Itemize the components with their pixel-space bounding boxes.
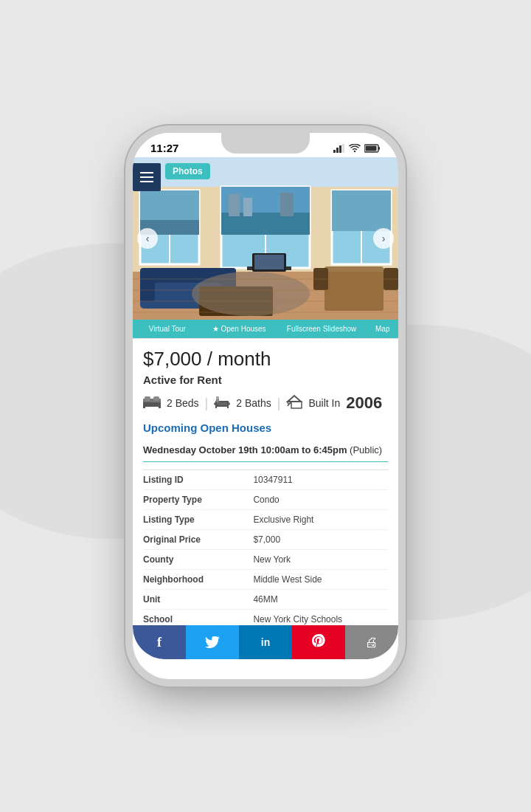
property-image: Photos ‹ › xyxy=(133,157,398,320)
detail-value: New York xyxy=(253,554,388,565)
open-house-type: (Public) xyxy=(350,444,382,455)
bed-icon xyxy=(143,395,161,411)
action-tabs: Virtual Tour ★ Open Houses Fullscreen Sl… xyxy=(133,320,398,339)
open-house-date: Wednesday October 19th 10:00am to 6:45pm… xyxy=(143,438,388,462)
print-button[interactable]: 🖨 xyxy=(345,625,398,659)
svg-rect-35 xyxy=(324,266,384,311)
detail-label: School xyxy=(143,614,253,625)
built-in-label: Built In xyxy=(308,397,340,409)
detail-value: 46MM xyxy=(253,594,388,605)
detail-label: Property Type xyxy=(143,495,253,505)
listing-status: Active for Rent xyxy=(143,374,388,386)
open-houses-title: Upcoming Open Houses xyxy=(143,422,388,434)
svg-rect-0 xyxy=(333,150,336,153)
linkedin-share-button[interactable]: in xyxy=(239,625,292,659)
signal-icon xyxy=(333,144,345,153)
table-row: County New York xyxy=(143,550,388,570)
pinterest-share-button[interactable] xyxy=(292,625,345,659)
detail-label: Unit xyxy=(143,594,253,605)
property-stats: 2 Beds | 2 Baths | xyxy=(143,393,388,413)
svg-rect-22 xyxy=(229,194,240,216)
status-time: 11:27 xyxy=(150,142,178,154)
phone-frame: 11:27 xyxy=(133,133,398,679)
status-bar: 11:27 xyxy=(133,133,398,157)
detail-label: Original Price xyxy=(143,534,253,545)
svg-rect-48 xyxy=(145,396,150,401)
tab-map[interactable]: Map xyxy=(367,320,398,338)
table-row: Property Type Condo xyxy=(143,490,388,510)
prev-photo-button[interactable]: ‹ xyxy=(137,228,158,249)
svg-rect-5 xyxy=(378,147,380,150)
open-house-date-bold: Wednesday October 19th 10:00am to 6:45pm xyxy=(143,444,347,455)
facebook-share-button[interactable]: f xyxy=(133,625,186,659)
svg-rect-29 xyxy=(332,190,391,231)
listing-price: $7,000 / month xyxy=(143,348,388,371)
svg-rect-23 xyxy=(243,198,252,216)
svg-rect-49 xyxy=(153,396,159,401)
detail-label: County xyxy=(143,554,253,565)
svg-rect-2 xyxy=(339,145,341,153)
table-row: Unit 46MM xyxy=(143,590,388,610)
svg-rect-50 xyxy=(143,405,145,408)
svg-rect-1 xyxy=(336,148,339,153)
detail-label: Listing Type xyxy=(143,515,253,525)
detail-value: 10347911 xyxy=(253,475,388,485)
next-photo-button[interactable]: › xyxy=(373,228,394,249)
svg-rect-6 xyxy=(366,145,377,151)
svg-rect-51 xyxy=(159,405,161,408)
detail-value: Middle West Side xyxy=(253,574,388,585)
baths-count: 2 Baths xyxy=(236,397,271,409)
table-row: Listing Type Exclusive Right xyxy=(143,510,388,530)
wifi-icon xyxy=(349,144,361,153)
svg-rect-59 xyxy=(291,402,302,408)
tab-fullscreen[interactable]: Fullscreen Slideshow xyxy=(277,320,367,338)
battery-icon xyxy=(364,144,381,153)
menu-button[interactable] xyxy=(133,163,161,191)
bath-icon xyxy=(214,395,230,411)
tab-open-houses[interactable]: ★ Open Houses xyxy=(202,320,277,338)
detail-value: $7,000 xyxy=(253,534,388,545)
screen-content[interactable]: Photos ‹ › Virtual Tour ★ Open Houses Fu… xyxy=(133,157,398,659)
svg-point-41 xyxy=(192,272,310,316)
detail-label: Listing ID xyxy=(143,475,253,485)
table-row: Neighborhood Middle West Side xyxy=(143,570,388,590)
photos-badge[interactable]: Photos xyxy=(165,163,210,179)
table-row: Original Price $7,000 xyxy=(143,530,388,550)
share-bar: f in 🖨 xyxy=(133,625,398,659)
divider-1: | xyxy=(205,396,209,411)
tab-virtual-tour[interactable]: Virtual Tour xyxy=(133,320,202,338)
svg-rect-24 xyxy=(280,193,294,216)
detail-label: Neighborhood xyxy=(143,574,253,585)
svg-rect-3 xyxy=(342,144,344,153)
svg-rect-40 xyxy=(254,255,284,269)
status-icons xyxy=(333,144,381,153)
detail-value: Exclusive Right xyxy=(253,515,388,525)
build-icon xyxy=(286,394,302,412)
twitter-share-button[interactable] xyxy=(186,625,239,659)
property-details: $7,000 / month Active for Rent xyxy=(133,339,398,659)
detail-value: New York City Schools xyxy=(253,614,388,625)
svg-rect-32 xyxy=(140,272,155,301)
built-year: 2006 xyxy=(346,393,382,413)
beds-count: 2 Beds xyxy=(167,397,199,409)
apartment-image xyxy=(133,157,398,320)
detail-value: Condo xyxy=(253,495,388,505)
divider-2: | xyxy=(277,396,281,411)
table-row: Listing ID 10347911 xyxy=(143,470,388,490)
svg-point-57 xyxy=(216,396,219,399)
